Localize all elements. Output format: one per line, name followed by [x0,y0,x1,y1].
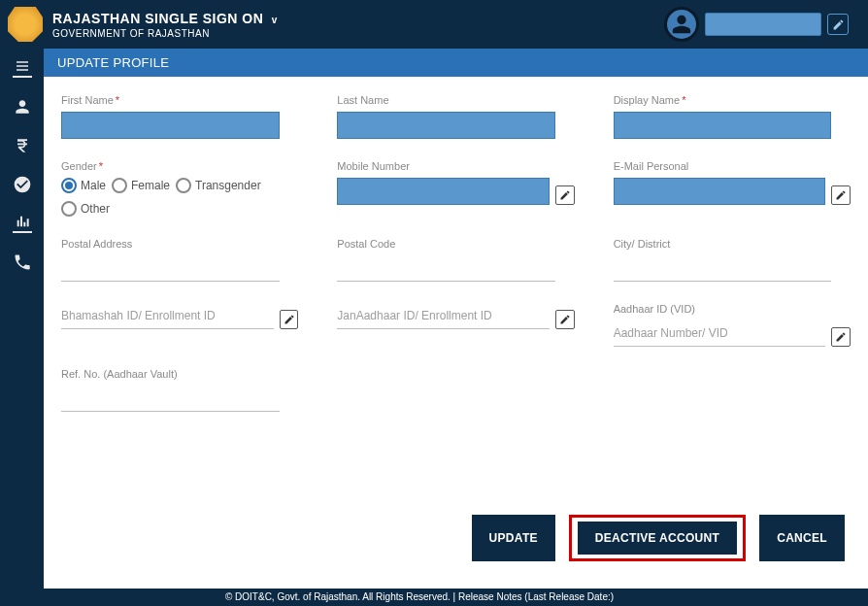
janaadhaar-input[interactable] [337,303,550,329]
deactive-account-button[interactable]: DEACTIVE ACCOUNT [578,522,737,555]
app-subtitle: GOVERNMENT OF RAJASTHAN [52,28,664,39]
rupee-icon[interactable] [13,136,32,155]
postal-code-input[interactable] [337,255,555,282]
state-emblem-logo [8,7,43,42]
aadhaar-input[interactable] [614,320,826,347]
app-title-text: RAJASTHAN SINGLE SIGN ON [52,11,263,26]
mobile-input[interactable] [337,178,550,205]
title-block: RAJASTHAN SINGLE SIGN ON v GOVERNMENT OF… [52,11,664,39]
user-icon [671,14,692,35]
phone-icon[interactable] [13,252,32,272]
email-input[interactable] [614,178,826,205]
gender-radio-group: Male Female Transgender Other [61,178,298,217]
last-name-label: Last Name [337,94,574,106]
gender-other-radio[interactable]: Other [61,201,110,217]
form-area: First Name* Last Name Display Name* Gend… [44,77,868,497]
gender-male-label: Male [81,179,106,192]
city-input[interactable] [614,255,832,282]
app-title: RAJASTHAN SINGLE SIGN ON v [52,11,664,26]
gender-male-radio[interactable]: Male [61,178,106,193]
deactive-highlight: DEACTIVE ACCOUNT [569,515,746,561]
sidebar [0,49,44,589]
ref-no-label: Ref. No. (Aadhaar Vault) [61,368,298,380]
button-row: UPDATE DEACTIVE ACCOUNT CANCEL [44,497,868,589]
user-widget [664,7,849,42]
user-icon[interactable] [13,97,32,117]
check-circle-icon[interactable] [13,175,32,194]
user-edit-button[interactable] [827,14,849,35]
display-name-label: Display Name* [614,94,851,106]
top-bar: RAJASTHAN SINGLE SIGN ON v GOVERNMENT OF… [0,0,868,49]
bhamashah-input[interactable] [61,303,274,329]
postal-address-label: Postal Address [61,238,298,250]
update-button[interactable]: UPDATE [472,515,555,561]
gender-female-radio[interactable]: Female [112,178,170,193]
gender-transgender-label: Transgender [195,179,261,192]
aadhaar-edit-button[interactable] [831,327,851,347]
footer: © DOIT&C, Govt. of Rajasthan. All Rights… [0,589,868,606]
pencil-icon [832,18,845,31]
pencil-icon [835,331,847,343]
bar-chart-icon[interactable] [13,214,32,233]
aadhaar-vid-label: Aadhaar ID (VID) [614,303,851,315]
postal-code-label: Postal Code [337,238,574,250]
display-name-input[interactable] [614,112,832,139]
pencil-icon [835,189,847,201]
panel-header: UPDATE PROFILE [44,49,868,77]
gender-transgender-radio[interactable]: Transgender [176,178,261,193]
postal-address-input[interactable] [61,255,280,282]
cancel-button[interactable]: CANCEL [759,515,845,561]
mobile-edit-button[interactable] [555,185,575,205]
bhamashah-edit-button[interactable] [280,310,299,329]
ref-no-input[interactable] [61,386,280,412]
avatar[interactable] [664,7,699,42]
first-name-input[interactable] [61,112,280,139]
mobile-label: Mobile Number [337,160,574,172]
email-edit-button[interactable] [831,185,851,205]
email-label: E-Mail Personal [614,160,851,172]
first-name-label: First Name* [61,94,298,106]
janaadhaar-edit-button[interactable] [555,310,575,329]
username-field[interactable] [705,13,821,36]
gender-label: Gender* [61,160,298,172]
main-panel: UPDATE PROFILE First Name* Last Name Dis… [44,49,868,589]
last-name-input[interactable] [337,112,555,139]
shell: UPDATE PROFILE First Name* Last Name Dis… [0,49,868,589]
list-icon[interactable] [13,58,32,78]
gender-female-label: Female [131,179,170,192]
pencil-icon [559,314,571,325]
chevron-down-icon[interactable]: v [272,15,278,25]
pencil-icon [284,314,295,325]
city-label: City/ District [614,238,851,250]
gender-other-label: Other [81,202,110,216]
pencil-icon [559,189,571,201]
